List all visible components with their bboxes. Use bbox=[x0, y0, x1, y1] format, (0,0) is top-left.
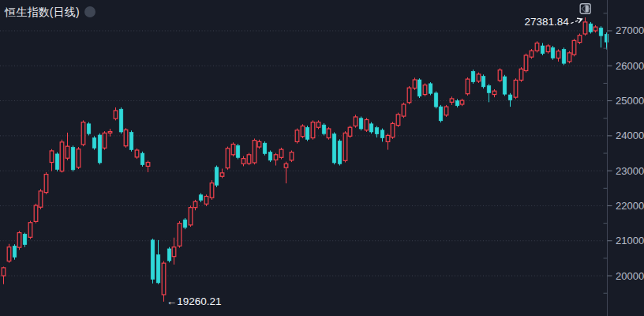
panel-right-icon[interactable] bbox=[598, 2, 611, 15]
candle-down bbox=[429, 84, 432, 93]
candle-up bbox=[593, 27, 597, 31]
candle-up bbox=[311, 122, 315, 138]
candle-down bbox=[129, 132, 133, 149]
candle-up bbox=[284, 164, 288, 167]
candle-up bbox=[178, 224, 182, 246]
candle-up bbox=[39, 191, 43, 207]
low-annotation-label: ←19260.21 bbox=[167, 295, 222, 307]
chevron-down-glyph bbox=[5, 5, 11, 9]
candle-down bbox=[140, 153, 144, 165]
candle-up bbox=[7, 247, 11, 261]
candle-up bbox=[257, 141, 261, 147]
candle-up bbox=[402, 104, 406, 116]
candle-down bbox=[369, 124, 373, 132]
candle-up bbox=[514, 80, 518, 97]
candle-up bbox=[466, 79, 470, 94]
y-axis-label: 24000 bbox=[616, 130, 644, 141]
candle-up bbox=[343, 133, 347, 160]
candle-up bbox=[450, 99, 454, 102]
candle-up bbox=[578, 36, 582, 43]
candle-down bbox=[562, 49, 566, 63]
candle-up bbox=[2, 268, 6, 276]
candle-down bbox=[380, 130, 384, 138]
candle-down bbox=[119, 109, 123, 132]
candle-up bbox=[189, 208, 193, 225]
candle-down bbox=[434, 93, 438, 107]
chart-canvas[interactable]: 2000021000220002300024000250002600027000… bbox=[0, 0, 644, 316]
candle-up bbox=[290, 152, 294, 160]
candle-up bbox=[124, 130, 128, 145]
candle-up bbox=[519, 69, 523, 80]
candle-down bbox=[87, 124, 91, 134]
candle-up bbox=[567, 53, 571, 62]
candle-down bbox=[23, 234, 27, 244]
candle-down bbox=[338, 141, 342, 164]
candle-down bbox=[13, 246, 17, 257]
candle-down bbox=[151, 240, 155, 280]
candle-up bbox=[231, 145, 235, 155]
candle-up bbox=[66, 146, 69, 158]
candle-up bbox=[391, 123, 395, 137]
candle-down bbox=[455, 101, 459, 106]
candle-up bbox=[301, 126, 305, 136]
candle-down bbox=[487, 86, 491, 93]
candle-up bbox=[386, 135, 390, 141]
y-axis-label: 23000 bbox=[616, 165, 644, 177]
candle-down bbox=[417, 80, 421, 96]
candle-up bbox=[108, 132, 112, 134]
candle-down bbox=[199, 195, 203, 201]
high-annotation-arrow bbox=[571, 19, 582, 24]
candle-up bbox=[162, 263, 166, 295]
candle-down bbox=[359, 118, 363, 129]
candle-down bbox=[322, 125, 326, 134]
candle-down bbox=[599, 28, 603, 36]
candle-down bbox=[268, 152, 272, 160]
chart-header: 恒生指数(日线) bbox=[5, 5, 95, 19]
candle-down bbox=[508, 95, 512, 100]
y-axis-label: 21000 bbox=[616, 235, 644, 246]
chevron-down-icon[interactable] bbox=[84, 6, 95, 17]
candle-up bbox=[44, 175, 48, 193]
candle-up bbox=[81, 122, 85, 145]
candle-up bbox=[77, 149, 80, 167]
candle-down bbox=[332, 134, 336, 163]
y-axis-label: 25000 bbox=[616, 95, 644, 107]
candlestick-chart-pane[interactable]: 2000021000220002300024000250002600027000… bbox=[0, 0, 644, 316]
panel-right-glyph bbox=[579, 2, 592, 15]
candle-up bbox=[17, 233, 21, 248]
candle-up bbox=[316, 122, 320, 128]
candle-up bbox=[498, 70, 502, 81]
candle-up bbox=[253, 141, 256, 163]
candle-up bbox=[354, 117, 358, 126]
candle-up bbox=[365, 119, 369, 130]
candle-up bbox=[535, 43, 539, 51]
candle-up bbox=[492, 91, 496, 94]
candle-up bbox=[295, 130, 299, 142]
candle-up bbox=[444, 107, 448, 115]
candle-up bbox=[242, 159, 245, 164]
candle-down bbox=[71, 147, 75, 169]
candle-down bbox=[92, 138, 96, 149]
candle-down bbox=[183, 220, 187, 228]
candle-up bbox=[327, 129, 331, 138]
high-annotation-label: 27381.84 bbox=[525, 16, 570, 28]
candle-down bbox=[503, 77, 507, 94]
candle-up bbox=[135, 150, 139, 157]
candle-up bbox=[103, 133, 107, 148]
candle-down bbox=[589, 24, 593, 32]
candle-up bbox=[460, 100, 464, 104]
chart-toolbar bbox=[579, 2, 611, 15]
symbol-title[interactable]: 恒生指数(日线) bbox=[5, 5, 80, 19]
candle-down bbox=[236, 145, 240, 157]
candle-up bbox=[530, 51, 534, 57]
candle-up bbox=[220, 173, 224, 176]
candle-up bbox=[274, 155, 278, 160]
candle-up bbox=[546, 46, 550, 52]
candle-up bbox=[556, 51, 560, 58]
candle-up bbox=[210, 183, 214, 198]
candle-down bbox=[156, 254, 160, 282]
candle-down bbox=[305, 127, 309, 139]
candle-up bbox=[60, 142, 64, 171]
y-axis-label: 22000 bbox=[616, 200, 644, 212]
candle-down bbox=[375, 128, 379, 134]
